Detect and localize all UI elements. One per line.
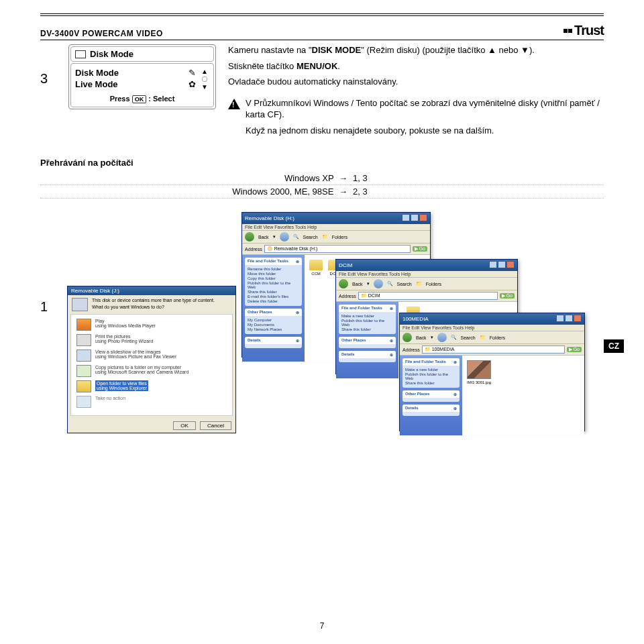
camera-icon [75, 50, 86, 58]
scroll-down-icon[interactable]: ▼ [201, 83, 208, 91]
live-icon: ✿ [189, 79, 196, 89]
step-number: 3 [40, 44, 56, 140]
back-button[interactable] [402, 333, 412, 342]
autoplay-option[interactable]: Play using Windows Media Player [76, 319, 227, 331]
playback-title: Přehrávání na počítači [40, 158, 604, 168]
go-button[interactable]: ▶ Go [567, 347, 582, 352]
ok-button[interactable]: OK [173, 421, 196, 430]
address-field[interactable]: 📁 DCIM [358, 292, 498, 300]
press-select-hint: Press OK : Select [75, 95, 209, 103]
product-title: DV-3400V POWERCAM VIDEO [40, 29, 163, 38]
go-button[interactable]: ▶ Go [413, 246, 427, 252]
language-badge: CZ [604, 339, 624, 353]
window-buttons[interactable] [555, 315, 582, 323]
autoplay-option[interactable]: Print the pictures using Photo Printing … [76, 334, 227, 346]
window-buttons[interactable] [488, 261, 515, 270]
instructions: Kameru nastavte na "DISK MODE" (Režim di… [228, 44, 604, 140]
explorer-window-100media: 100MEDIA File Edit View Favorites Tools … [399, 313, 585, 431]
forward-button[interactable] [280, 232, 289, 241]
disk-icon [72, 298, 88, 311]
autoplay-option[interactable]: Take no action [76, 396, 227, 408]
check-icon: ✎ [189, 68, 196, 78]
table-row: Windows 2000, ME, 98SE → 2, 3 [40, 185, 604, 199]
cancel-button[interactable]: Cancel [200, 421, 231, 430]
go-button[interactable]: ▶ Go [500, 293, 515, 299]
os-table: Windows XP → 1, 3 Windows 2000, ME, 98SE… [40, 172, 604, 199]
back-button[interactable] [245, 232, 254, 241]
figure-number: 1 [40, 299, 48, 315]
live-mode-option[interactable]: Live Mode ✿ [75, 79, 196, 89]
window-buttons[interactable] [401, 214, 427, 223]
back-button[interactable] [339, 279, 348, 288]
address-field[interactable]: 📁 100MEDIA [422, 345, 565, 354]
warning-icon [228, 99, 240, 109]
disk-mode-panel: Disk Mode Disk Mode ✎ Live Mode ✿ [68, 44, 216, 140]
autoplay-option-selected[interactable]: Open folder to view files using Windows … [76, 380, 227, 392]
autoplay-option[interactable]: View a slideshow of the images using Win… [76, 350, 227, 362]
disk-mode-title: Disk Mode [90, 49, 133, 59]
address-field[interactable]: 📀 Removable Disk (H:) [264, 245, 411, 253]
brand-logo: Trust [564, 23, 604, 38]
autoplay-option[interactable]: Copy pictures to a folder on my computer… [76, 365, 227, 377]
page-number: 7 [320, 621, 325, 631]
autoplay-dialog: Removable Disk (J:) This disk or device … [67, 286, 236, 433]
disk-mode-option[interactable]: Disk Mode ✎ [75, 68, 196, 78]
scroll-up-icon[interactable]: ▲ [201, 68, 208, 75]
image-thumbnail[interactable]: IMG 3001.jpg [467, 360, 491, 384]
folder-ccm[interactable]: CCM [309, 260, 323, 276]
table-row: Windows XP → 1, 3 [40, 172, 604, 185]
